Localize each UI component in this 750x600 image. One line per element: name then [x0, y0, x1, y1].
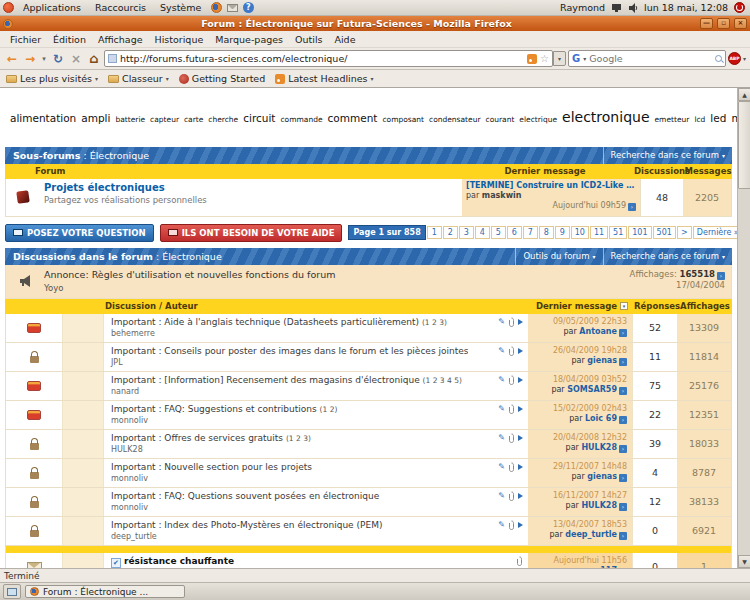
scroll-up-icon[interactable]: ▲	[738, 88, 750, 101]
home-button[interactable]: ⌂	[86, 51, 102, 67]
menubar-item[interactable]: Aide	[328, 34, 361, 45]
goto-last-post-icon[interactable]: ›	[619, 474, 627, 482]
goto-first-unread-icon[interactable]	[518, 319, 523, 325]
tag-link[interactable]: electrique	[519, 115, 557, 124]
google-engine-icon[interactable]: G	[572, 53, 580, 64]
thread-pages[interactable]: 1 2	[320, 405, 338, 414]
goto-last-post-icon[interactable]: ›	[619, 416, 627, 424]
last-post-user[interactable]: HULK28	[581, 501, 617, 510]
thread-author[interactable]: behemerre	[111, 329, 468, 338]
search-icon[interactable]	[714, 54, 722, 64]
goto-first-unread-icon[interactable]	[518, 493, 523, 499]
forum-tools-menu[interactable]: Outils du forum▾	[515, 248, 602, 265]
last-post-user[interactable]: deep_turtle	[565, 530, 617, 539]
reload-button[interactable]: ↻	[50, 51, 66, 67]
tag-link[interactable]: commande	[280, 115, 322, 124]
menubar-item[interactable]: Historique	[149, 34, 210, 45]
thread-title-link[interactable]: Important : [Information] Recensement de…	[111, 375, 420, 385]
subforum-link[interactable]: Projets électroniques	[44, 182, 458, 193]
panel-clock[interactable]: lun 18 mai, 12:08	[644, 2, 728, 13]
tag-link[interactable]: batterie	[115, 115, 145, 124]
url-dropdown-button[interactable]: ▾	[553, 51, 566, 66]
menubar-item[interactable]: Édition	[47, 34, 92, 45]
firefox-launcher-icon[interactable]	[210, 2, 222, 14]
last-post-user[interactable]: maskwin	[482, 191, 522, 200]
tag-link[interactable]: ampli	[81, 112, 110, 124]
announcement-link[interactable]: Annonce: Règles d'utilisation et nouvell…	[44, 269, 559, 280]
forward-button[interactable]: →	[22, 51, 38, 67]
goto-first-unread-icon[interactable]	[518, 522, 523, 528]
thread-author[interactable]: monnoliv	[111, 474, 468, 483]
page-link[interactable]: 1	[427, 226, 442, 239]
search-input[interactable]	[589, 53, 711, 64]
goto-last-post-icon[interactable]: ›	[619, 329, 627, 337]
thread-pages[interactable]: 1 2 3 4 5	[423, 376, 462, 385]
goto-last-post-icon[interactable]: ›	[619, 358, 627, 366]
bookmark-getting-started[interactable]: Getting Started	[179, 73, 265, 84]
thread-author[interactable]: JPL	[111, 358, 468, 367]
page-link[interactable]: >	[677, 226, 692, 239]
thread-title-link[interactable]: Important : Aide à l'anglais technique (…	[111, 317, 419, 327]
url-input[interactable]	[120, 53, 524, 64]
page-link[interactable]: 5	[491, 226, 506, 239]
last-post-user[interactable]: gienas	[587, 472, 617, 481]
last-post-user[interactable]: HULK28	[581, 443, 617, 452]
last-post-user[interactable]: gienas	[587, 356, 617, 365]
taskbar-window-button[interactable]: Forum : Électronique ...	[25, 585, 185, 598]
page-link[interactable]: 11	[590, 226, 608, 239]
vertical-scrollbar[interactable]: ▲ ▼	[737, 88, 750, 568]
need-help-button[interactable]: ILS ONT BESOIN DE VOTRE AIDE	[160, 224, 343, 242]
page-link[interactable]: 7	[523, 226, 538, 239]
thread-title-link[interactable]: Important : FAQ: Questions souvent posée…	[111, 491, 379, 501]
thread-pages[interactable]: 1 2 3	[286, 434, 311, 443]
tag-link[interactable]: carte	[184, 115, 203, 124]
col-affichages[interactable]: Affichages	[678, 301, 732, 311]
menubar-item[interactable]: Outils	[289, 34, 328, 45]
sort-icon[interactable]: ▾	[620, 302, 628, 310]
bookmark-most-visited[interactable]: Les plus visités▾	[6, 73, 98, 84]
bookmark-classeur[interactable]: Classeur▾	[108, 73, 169, 84]
goto-first-unread-icon[interactable]	[518, 435, 523, 441]
show-desktop-icon[interactable]	[3, 584, 21, 599]
stop-button[interactable]: ×	[68, 51, 84, 67]
mail-launcher-icon[interactable]	[226, 2, 238, 14]
last-post-link[interactable]: [TERMINE] Construire un ICD2-Like USB [M…	[466, 181, 636, 191]
goto-last-post-icon[interactable]: ›	[619, 387, 627, 395]
ubuntu-logo-icon[interactable]	[3, 2, 14, 13]
thread-pages[interactable]: 1 2 3	[422, 318, 447, 327]
bookmark-latest-headlines[interactable]: Latest Headlines▾	[275, 73, 373, 84]
scroll-down-icon[interactable]: ▼	[738, 555, 750, 568]
page-link[interactable]: 6	[507, 226, 522, 239]
goto-first-unread-icon[interactable]	[518, 377, 523, 383]
col-discussion-auteur[interactable]: Discussion / Auteur	[5, 301, 530, 311]
panel-menu-applications[interactable]: Applications	[18, 2, 86, 13]
bookmark-star-icon[interactable]: ☆	[540, 53, 549, 64]
maximize-button[interactable]: ▫	[717, 18, 730, 29]
goto-last-post-icon[interactable]: ›	[628, 203, 636, 211]
power-button-icon[interactable]	[734, 2, 745, 13]
page-link[interactable]: 10	[571, 226, 589, 239]
panel-menu-raccourcis[interactable]: Raccourcis	[90, 2, 151, 13]
display-icon[interactable]	[611, 3, 622, 13]
tag-link[interactable]: alimentation	[10, 112, 76, 124]
menubar-item[interactable]: Marque-pages	[209, 34, 289, 45]
minimize-button[interactable]: —	[700, 18, 713, 29]
page-link[interactable]: 51	[609, 226, 627, 239]
adblock-plus-icon[interactable]: ABP	[728, 52, 741, 65]
last-post-user[interactable]: sp117	[590, 566, 617, 568]
thread-author[interactable]: monnoliv	[111, 416, 468, 425]
page-link[interactable]: 9	[555, 226, 570, 239]
thread-title-link[interactable]: Important : Conseils pour poster des ima…	[111, 346, 468, 356]
thread-title-link[interactable]: résistance chauffante	[124, 556, 234, 566]
tag-link[interactable]: comment	[328, 112, 378, 124]
tag-link[interactable]: lcd	[694, 115, 705, 124]
page-link[interactable]: 8	[539, 226, 554, 239]
last-post-user[interactable]: Antoane	[579, 327, 617, 336]
menubar-item[interactable]: Affichage	[92, 34, 149, 45]
goto-last-post-icon[interactable]: ›	[619, 532, 627, 540]
thread-author[interactable]: monnoliv	[111, 503, 468, 512]
goto-last-post-icon[interactable]: ›	[619, 445, 627, 453]
page-link[interactable]: 2	[443, 226, 458, 239]
panel-menu-systeme[interactable]: Système	[155, 2, 206, 13]
adblock-dropdown-icon[interactable]: ▾	[743, 55, 746, 62]
